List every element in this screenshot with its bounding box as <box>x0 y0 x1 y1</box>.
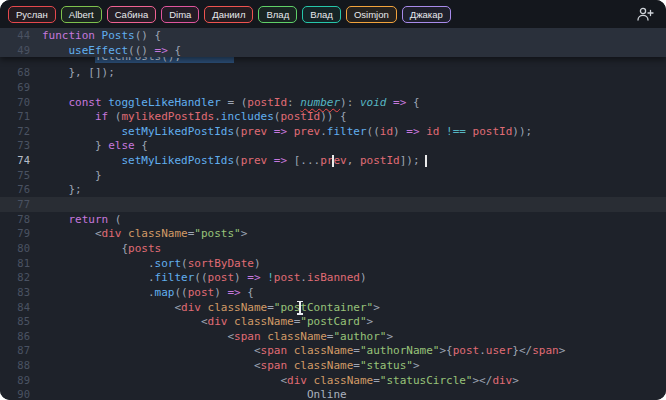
code-text: <div className="postContainer"> <box>42 301 380 314</box>
code-text: .filter((post) => !post.isBanned) <box>42 271 367 284</box>
code-line[interactable]: 76 }; <box>0 182 666 197</box>
line-number[interactable]: 86 <box>0 329 42 344</box>
code-text: {posts <box>42 242 161 255</box>
collaborators-bar: РусланAlbertСабинаDimaДаниилВладВладOsim… <box>0 0 666 28</box>
code-text: }, []); <box>42 66 115 79</box>
code-line[interactable]: 68 }, []); <box>0 65 666 80</box>
line-number[interactable]: 89 <box>0 373 42 388</box>
line-number[interactable]: 73 <box>0 138 42 153</box>
code-text: } else { <box>42 139 148 152</box>
sticky-scroll: 44function Posts() {49 useEffect(() => { <box>0 28 666 57</box>
code-line[interactable]: 44function Posts() { <box>0 28 666 43</box>
code-text: fetchPosts(); <box>42 57 234 63</box>
line-number[interactable]: 84 <box>0 300 42 315</box>
line-number[interactable]: 79 <box>0 226 42 241</box>
person-add-icon <box>636 6 654 22</box>
code-line[interactable]: 72 setMyLikedPostIds(prev => prev.filter… <box>0 124 666 139</box>
line-number[interactable]: 49 <box>0 43 42 58</box>
code-text: <div className="posts"> <box>42 227 247 240</box>
user-badge[interactable]: Даниил <box>204 6 253 23</box>
code-text: function Posts() { <box>42 29 161 42</box>
code-line[interactable]: 75 } <box>0 168 666 183</box>
text-caret <box>425 155 427 167</box>
code-text: } <box>42 169 102 182</box>
line-number[interactable]: 68 <box>0 65 42 80</box>
code-line[interactable]: 81 .sort(sortByDate) <box>0 256 666 271</box>
code-line[interactable]: 84 <div className="postContainer"> <box>0 300 666 315</box>
user-badge[interactable]: Джакар <box>402 6 451 23</box>
user-badge[interactable]: Osimjon <box>346 6 397 23</box>
code-line[interactable]: 78 return ( <box>0 212 666 227</box>
line-number[interactable]: 77 <box>0 197 42 212</box>
line-number[interactable]: 44 <box>0 28 42 43</box>
line-number[interactable]: 81 <box>0 256 42 271</box>
line-number[interactable]: 75 <box>0 168 42 183</box>
code-text: if (mylikedPostIds.includes(postId)) { <box>42 110 347 123</box>
mouse-ibeam-cursor <box>299 302 301 314</box>
selected-text: fetchPosts(); <box>95 57 234 63</box>
code-line[interactable]: 77 <box>0 197 666 212</box>
code-text: <span className="authorName">{post.user}… <box>42 344 565 357</box>
code-line[interactable]: 79 <div className="posts"> <box>0 226 666 241</box>
code-line[interactable]: 89 <div className="statusCircle"></div> <box>0 373 666 388</box>
line-number[interactable]: 88 <box>0 358 42 373</box>
code-line[interactable]: 71 if (mylikedPostIds.includes(postId)) … <box>0 109 666 124</box>
code-text: .map((post) => { <box>42 286 254 299</box>
code-text: useEffect(() => { <box>42 44 181 57</box>
code-line[interactable]: 86 <span className="author"> <box>0 329 666 344</box>
line-number[interactable]: 85 <box>0 314 42 329</box>
code-text: <span className="status"> <box>42 359 420 372</box>
code-line[interactable]: 73 } else { <box>0 138 666 153</box>
code-line[interactable]: fetchPosts(); <box>0 57 666 65</box>
user-badge[interactable]: Albert <box>61 6 102 23</box>
code-text: <div className="postCard"> <box>42 315 373 328</box>
code-line[interactable]: 83 .map((post) => { <box>0 285 666 300</box>
code-text: Online <box>42 388 347 400</box>
line-number[interactable]: 82 <box>0 270 42 285</box>
code-text: setMyLikedPostIds(prev => prev.filter((i… <box>42 125 532 138</box>
user-badge[interactable]: Влад <box>302 6 341 23</box>
code-editor[interactable]: 44function Posts() {49 useEffect(() => {… <box>0 28 666 400</box>
line-number[interactable]: 87 <box>0 343 42 358</box>
code-line[interactable]: 85 <div className="postCard"> <box>0 314 666 329</box>
code-text: }; <box>42 183 82 196</box>
line-number[interactable]: 83 <box>0 285 42 300</box>
partial-line-clip: fetchPosts(); <box>0 57 666 65</box>
code-text: setMyLikedPostIds(prev => [...prev, post… <box>42 154 426 167</box>
user-badge[interactable]: Руслан <box>8 6 56 23</box>
code-lines: 68 }, []);6970 const toggleLikeHandler =… <box>0 65 666 400</box>
code-line[interactable]: 82 .filter((post) => !post.isBanned) <box>0 270 666 285</box>
code-text: <div className="statusCircle"></div> <box>42 374 519 387</box>
code-line[interactable]: 70 const toggleLikeHandler = (postId: nu… <box>0 95 666 110</box>
line-number[interactable]: 69 <box>0 80 42 95</box>
line-number[interactable]: 90 <box>0 387 42 400</box>
line-number[interactable]: 76 <box>0 182 42 197</box>
code-line[interactable]: 90 Online <box>0 387 666 400</box>
code-line[interactable]: 87 <span className="authorName">{post.us… <box>0 343 666 358</box>
add-user-button[interactable] <box>634 4 656 24</box>
code-text: return ( <box>42 213 122 226</box>
user-badge[interactable]: Сабина <box>107 6 157 23</box>
line-number[interactable]: 78 <box>0 212 42 227</box>
code-text: .sort(sortByDate) <box>42 257 261 270</box>
line-number[interactable]: 74 <box>0 153 42 168</box>
user-badge[interactable]: Влад <box>258 6 297 23</box>
line-number[interactable]: 72 <box>0 124 42 139</box>
line-number[interactable]: 70 <box>0 95 42 110</box>
app-window: РусланAlbertСабинаDimaДаниилВладВладOsim… <box>0 0 666 400</box>
user-badge[interactable]: Dima <box>161 6 199 23</box>
code-text: <span className="author"> <box>42 330 393 343</box>
code-line[interactable]: 80 {posts <box>0 241 666 256</box>
code-line[interactable]: 69 <box>0 80 666 95</box>
code-line[interactable]: 88 <span className="status"> <box>0 358 666 373</box>
code-line[interactable]: 74 setMyLikedPostIds(prev => [...prev, p… <box>0 153 666 168</box>
code-line[interactable]: 49 useEffect(() => { <box>0 43 666 58</box>
line-number[interactable]: 80 <box>0 241 42 256</box>
code-text: const toggleLikeHandler = (postId: numbe… <box>42 96 420 109</box>
line-number[interactable]: 71 <box>0 109 42 124</box>
